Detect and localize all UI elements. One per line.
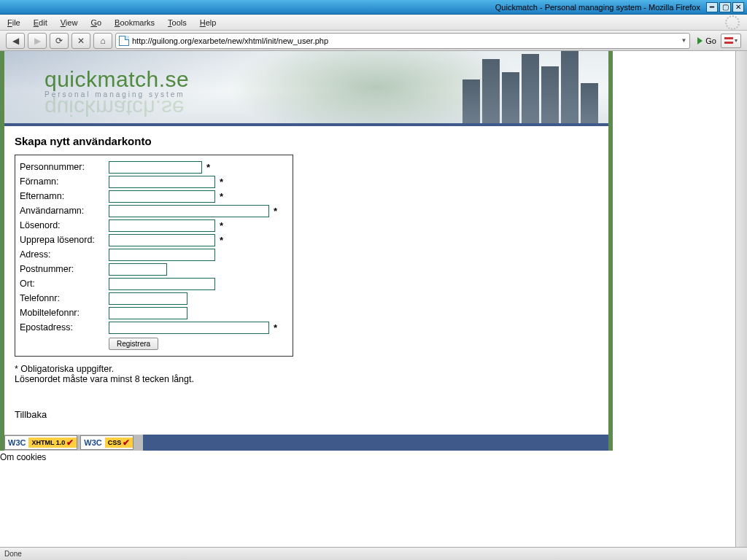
menu-help[interactable]: Help <box>200 18 217 27</box>
close-button[interactable]: ✕ <box>732 2 744 12</box>
back-button[interactable]: ◀ <box>6 33 25 49</box>
minimize-button[interactable]: ━ <box>706 2 718 12</box>
window-titlebar: Quickmatch - Personal managing system - … <box>0 0 747 15</box>
menu-edit[interactable]: Edit <box>34 18 47 27</box>
stop-button[interactable]: ✕ <box>71 33 90 49</box>
menu-bookmarks[interactable]: Bookmarks <box>115 18 155 27</box>
forward-button[interactable]: ▶ <box>28 33 47 49</box>
menu-tools[interactable]: Tools <box>168 18 187 27</box>
url-bar[interactable]: ▼ <box>115 33 690 49</box>
flag-icon <box>724 37 733 44</box>
maximize-button[interactable]: ▢ <box>719 2 731 12</box>
window-title: Quickmatch - Personal managing system - … <box>495 3 700 12</box>
go-label: Go <box>705 36 716 45</box>
menubar: File Edit View Go Bookmarks Tools Help <box>0 15 747 31</box>
home-button[interactable]: ⌂ <box>93 33 112 49</box>
url-input[interactable] <box>132 36 676 45</box>
go-button[interactable]: Go <box>697 36 716 45</box>
reload-button[interactable]: ⟳ <box>50 33 69 49</box>
menu-view[interactable]: View <box>61 18 78 27</box>
url-dropdown-icon[interactable]: ▼ <box>681 37 686 44</box>
activity-throbber-icon <box>725 15 740 30</box>
page-icon <box>119 36 129 46</box>
menu-go[interactable]: Go <box>90 18 101 27</box>
go-arrow-icon <box>697 37 703 44</box>
search-engine-dropdown[interactable]: ▾ <box>721 34 741 48</box>
chevron-down-icon: ▾ <box>735 37 738 44</box>
toolbar: ◀ ▶ ⟳ ✕ ⌂ ▼ Go ▾ <box>0 31 747 51</box>
menu-file[interactable]: File <box>7 18 20 27</box>
